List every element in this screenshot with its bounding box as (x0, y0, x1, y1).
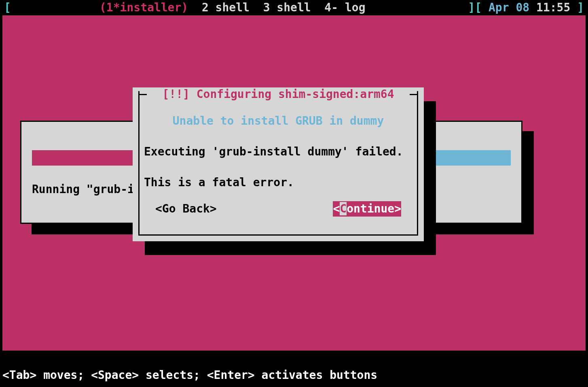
error-dialog: [!!] Configuring shim-signed:arm64 Unabl… (133, 87, 424, 241)
status-tab-installer[interactable]: (1*installer) (99, 0, 188, 15)
status-tab-log[interactable]: 4- log (324, 0, 365, 15)
go-back-button[interactable]: <Go Back> (155, 201, 217, 217)
dialog-message-line2: This is a fatal error. (144, 175, 412, 190)
status-time: 11:55 (536, 0, 570, 15)
status-bracket-right: ] (577, 0, 584, 15)
dialog-subtitle: Unable to install GRUB in dummy (144, 113, 412, 129)
dialog-frame-top: [!!] Configuring shim-signed:arm64 (138, 94, 418, 95)
dialog-title: [!!] Configuring shim-signed:arm64 (147, 87, 410, 102)
progress-bar-filled (32, 150, 142, 166)
progress-status-text: Running "grub-i (32, 182, 134, 197)
status-tab-shell-2[interactable]: 2 shell (202, 0, 250, 15)
status-bracket-left: [ (4, 0, 11, 15)
status-bracket-mid: ][ (468, 0, 482, 15)
status-bar: [ (1*installer) 2 shell 3 shell 4- log ]… (0, 0, 588, 15)
help-bar: <Tab> moves; <Space> selects; <Enter> ac… (2, 368, 377, 383)
status-date: Apr 08 (489, 0, 529, 15)
status-tab-shell-3[interactable]: 3 shell (263, 0, 311, 15)
dialog-message-line1: Executing 'grub-install dummy' failed. (144, 144, 412, 159)
continue-button[interactable]: <Continue> (333, 201, 401, 217)
